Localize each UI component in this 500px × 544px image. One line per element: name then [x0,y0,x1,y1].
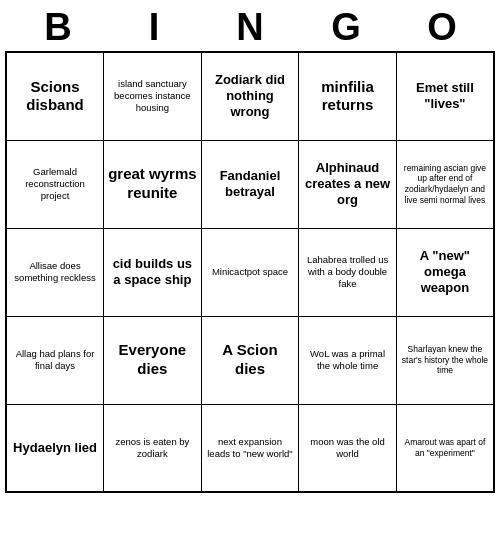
bingo-cell-0-3[interactable]: minfilia returns [299,52,397,140]
bingo-cell-0-2[interactable]: Zodiark did nothing wrong [201,52,299,140]
bingo-cell-3-3[interactable]: WoL was a primal the whole time [299,316,397,404]
bingo-cell-4-3[interactable]: moon was the old world [299,404,397,492]
bingo-title: B I N G O [0,0,500,51]
bingo-cell-2-3[interactable]: Lahabrea trolled us with a body double f… [299,228,397,316]
bingo-cell-1-2[interactable]: Fandaniel betrayal [201,140,299,228]
bingo-cell-2-1[interactable]: cid builds us a space ship [104,228,202,316]
bingo-cell-3-1[interactable]: Everyone dies [104,316,202,404]
bingo-cell-1-4[interactable]: remaining ascian give up after end of zo… [396,140,494,228]
bingo-cell-2-2[interactable]: Minicactpot space [201,228,299,316]
bingo-cell-0-1[interactable]: island sanctuary becomes instance housin… [104,52,202,140]
letter-i: I [106,6,202,49]
bingo-cell-4-0[interactable]: Hydaelyn lied [6,404,104,492]
bingo-cell-0-4[interactable]: Emet still "lives" [396,52,494,140]
bingo-grid: Scions disbandisland sanctuary becomes i… [5,51,495,493]
bingo-cell-1-0[interactable]: Garlemald reconstruction project [6,140,104,228]
letter-b: B [10,6,106,49]
bingo-cell-4-2[interactable]: next expansion leads to "new world" [201,404,299,492]
bingo-cell-4-1[interactable]: zenos is eaten by zodiark [104,404,202,492]
bingo-cell-0-0[interactable]: Scions disband [6,52,104,140]
letter-n: N [202,6,298,49]
bingo-cell-2-4[interactable]: A "new" omega weapon [396,228,494,316]
letter-g: G [298,6,394,49]
bingo-cell-1-3[interactable]: Alphinaud creates a new org [299,140,397,228]
bingo-cell-2-0[interactable]: Allisae does something reckless [6,228,104,316]
bingo-cell-3-4[interactable]: Sharlayan knew the star's history the wh… [396,316,494,404]
bingo-cell-3-2[interactable]: A Scion dies [201,316,299,404]
letter-o: O [394,6,490,49]
bingo-cell-3-0[interactable]: Allag had plans for final days [6,316,104,404]
bingo-cell-1-1[interactable]: great wyrms reunite [104,140,202,228]
bingo-cell-4-4[interactable]: Amarout was apart of an "experiment" [396,404,494,492]
